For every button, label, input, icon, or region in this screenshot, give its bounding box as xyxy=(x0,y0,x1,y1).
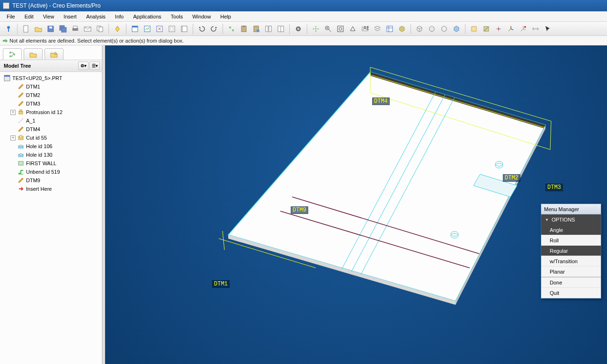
tree-show-btn[interactable]: ☰▾ xyxy=(89,62,100,70)
tree-node[interactable]: +Cut id 55 xyxy=(1,133,101,142)
menu-manager-action[interactable]: Done xyxy=(541,277,601,288)
model-tree[interactable]: TEST<UP20_5>.PRT DTM1DTM2DTM3+Protrusion… xyxy=(0,72,102,364)
tree-node[interactable]: A_1 xyxy=(1,116,101,125)
tree-node[interactable]: Hole id 130 xyxy=(1,151,101,159)
menu-file[interactable]: File xyxy=(2,12,20,21)
datum-label[interactable]: DTM3 xyxy=(545,184,563,191)
tool-no-hidden[interactable] xyxy=(438,23,450,35)
menu-insert[interactable]: Insert xyxy=(59,12,81,21)
svg-point-32 xyxy=(339,27,342,30)
tool-redo[interactable] xyxy=(208,23,220,35)
toolbar-separator xyxy=(465,24,465,34)
3d-viewport[interactable]: DTM4DTM2DTM3DTM9DTM1 xyxy=(105,45,607,364)
tree-node[interactable]: DTM4 xyxy=(1,125,101,133)
tree-node[interactable]: Unbend id 519 xyxy=(1,168,101,176)
menu-manager-option[interactable]: w/Transition xyxy=(541,256,601,266)
datum-label[interactable]: DTM2 xyxy=(503,174,520,182)
title-bar: TEST (Active) - Creo Elements/Pro xyxy=(0,0,607,11)
svg-rect-11 xyxy=(99,27,103,32)
tool-copy[interactable] xyxy=(94,23,106,35)
menu-window[interactable]: Window xyxy=(187,12,215,21)
tool-orient[interactable] xyxy=(347,23,358,35)
left-panel: Model Tree ⚙▾ ☰▾ TEST<UP20_5>.PRT DTM1DT… xyxy=(0,45,102,364)
tool-wireframe[interactable] xyxy=(414,23,425,35)
tab-favorites[interactable] xyxy=(45,48,63,60)
tool-ungroup[interactable] xyxy=(275,23,286,35)
tree-node-label: DTM4 xyxy=(26,126,40,132)
tab-folder-browser[interactable] xyxy=(24,48,43,60)
tree-node[interactable]: Insert Here xyxy=(1,185,101,193)
tool-save[interactable] xyxy=(45,23,56,35)
menu-applications[interactable]: Applications xyxy=(128,12,166,21)
tool-more[interactable] xyxy=(530,23,541,35)
tool-annotation[interactable] xyxy=(518,23,529,35)
menu-manager-option[interactable]: Regular xyxy=(541,246,601,256)
tree-settings-btn[interactable]: ⚙▾ xyxy=(78,62,89,70)
svg-rect-6 xyxy=(62,27,66,32)
tool-save-copy[interactable] xyxy=(57,23,69,35)
tool-spin-center[interactable] xyxy=(310,23,321,35)
svg-rect-36 xyxy=(472,27,476,31)
tool-paste[interactable] xyxy=(238,23,250,35)
toolbar-separator xyxy=(17,24,18,34)
tool-datum-axis[interactable] xyxy=(481,23,492,35)
tree-node[interactable]: Hole id 106 xyxy=(1,142,101,151)
menu-analysis[interactable]: Analysis xyxy=(81,12,110,21)
tool-copy-feature[interactable] xyxy=(226,23,237,35)
tool-appearance[interactable] xyxy=(293,23,304,35)
tool-layers[interactable] xyxy=(372,23,383,35)
tool-csys[interactable] xyxy=(505,23,517,35)
tool-zoom-in[interactable] xyxy=(322,23,334,35)
tree-node[interactable]: FIRST WALL xyxy=(1,159,101,168)
menu-edit[interactable]: Edit xyxy=(20,12,38,21)
menu-manager-action[interactable]: Quit xyxy=(541,288,601,298)
menu-view[interactable]: View xyxy=(38,12,59,21)
datum-label[interactable]: DTM1 xyxy=(212,280,230,288)
tool-new[interactable] xyxy=(20,23,32,35)
tab-model-tree[interactable] xyxy=(3,48,22,60)
menu-manager-panel[interactable]: Menu Manager OPTIONS AngleRollRegularw/T… xyxy=(541,204,601,299)
tool-email[interactable] xyxy=(82,23,93,35)
svg-point-38 xyxy=(498,28,500,29)
tool-saved-views[interactable]: AB xyxy=(359,23,371,35)
tool-close-window[interactable] xyxy=(154,23,165,35)
menu-manager-option[interactable]: Planar xyxy=(541,266,601,277)
tree-root[interactable]: TEST<UP20_5>.PRT xyxy=(1,74,101,82)
tree-node[interactable]: +Protrusion id 12 xyxy=(1,108,101,116)
tree-node[interactable]: DTM3 xyxy=(1,99,101,108)
menu-help[interactable]: Help xyxy=(215,12,236,21)
expand-icon[interactable]: + xyxy=(10,110,16,115)
tool-print[interactable] xyxy=(70,23,81,35)
tool-group[interactable] xyxy=(263,23,274,35)
tool-model-display[interactable] xyxy=(396,23,408,35)
expand-icon[interactable]: + xyxy=(10,135,16,141)
tool-open[interactable] xyxy=(33,23,44,35)
tree-node[interactable]: DTM1 xyxy=(1,82,101,91)
tree-node[interactable]: DTM2 xyxy=(1,91,101,99)
datum-label[interactable]: DTM4 xyxy=(372,98,390,105)
menu-manager-option[interactable]: Angle xyxy=(541,225,601,235)
tree-header: Model Tree ⚙▾ ☰▾ xyxy=(0,60,102,72)
tool-select[interactable] xyxy=(166,23,178,35)
menu-manager-option[interactable]: Roll xyxy=(541,235,601,246)
tool-filter[interactable] xyxy=(179,23,190,35)
menu-tools[interactable]: Tools xyxy=(166,12,188,21)
tool-datum-plane[interactable] xyxy=(468,23,480,35)
tool-paste-special[interactable] xyxy=(250,23,262,35)
tool-view-manager[interactable] xyxy=(384,23,395,35)
tool-zoom-fit[interactable] xyxy=(335,23,346,35)
tool-undo[interactable] xyxy=(196,23,207,35)
tool-window2[interactable] xyxy=(142,23,153,35)
tool-hidden-line[interactable] xyxy=(426,23,437,35)
tool-shading[interactable] xyxy=(451,23,462,35)
tool-datum-point[interactable] xyxy=(493,23,504,35)
datum-label[interactable]: DTM9 xyxy=(291,206,308,214)
tool-pin[interactable] xyxy=(3,23,14,35)
tool-regenerate[interactable] xyxy=(112,23,123,35)
tool-window1[interactable] xyxy=(129,23,141,35)
menu-info[interactable]: Info xyxy=(110,12,128,21)
menu-manager-section[interactable]: OPTIONS xyxy=(541,214,601,225)
tool-cursor[interactable] xyxy=(542,23,553,35)
tree-node[interactable]: DTM9 xyxy=(1,176,101,185)
menu-manager-title[interactable]: Menu Manager xyxy=(541,204,601,214)
